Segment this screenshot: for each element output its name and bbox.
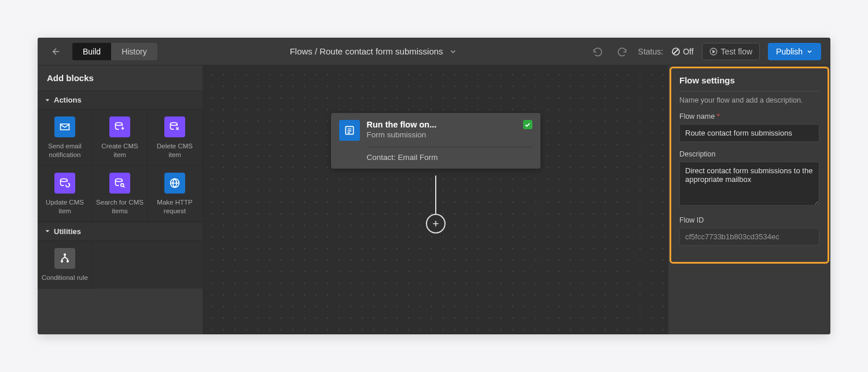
description-label: Description	[679, 150, 819, 158]
globe-icon	[164, 173, 185, 194]
description-textarea[interactable]: Direct contact form submissions to the a…	[679, 162, 819, 206]
app-window: Build History Flows / Route contact form…	[38, 38, 830, 334]
section-actions[interactable]: Actions	[38, 90, 203, 110]
redo-button[interactable]	[614, 43, 630, 60]
undo-button[interactable]	[590, 43, 606, 60]
actions-grid: Send email notification Create CMS item …	[38, 110, 203, 222]
chevron-down-icon	[806, 48, 813, 55]
branch-icon	[54, 248, 75, 269]
flow-canvas[interactable]: Run the flow on... Form submission Conta…	[203, 65, 668, 334]
node-body: Contact: Email Form	[367, 147, 532, 169]
flow-id-input[interactable]	[679, 228, 819, 246]
node-title-wrap: Run the flow on... Form submission	[367, 120, 516, 139]
block-label: Create CMS item	[96, 142, 144, 159]
tab-history[interactable]: History	[111, 43, 157, 60]
settings-title: Flow settings	[679, 75, 819, 92]
utilities-grid: Conditional rule	[38, 241, 203, 289]
blocks-panel-title: Add blocks	[38, 65, 203, 90]
add-node-button[interactable]	[426, 214, 446, 234]
breadcrumb-flow-name: Route contact form submissions	[319, 46, 443, 56]
settings-subtitle: Name your flow and add a description.	[679, 96, 819, 104]
plus-icon	[431, 219, 440, 228]
play-icon	[709, 48, 718, 56]
block-label: Make HTTP request	[151, 198, 198, 216]
form-icon	[339, 120, 360, 141]
test-flow-button[interactable]: Test flow	[702, 43, 760, 60]
block-delete-cms[interactable]: Delete CMS item	[148, 110, 203, 166]
off-icon	[671, 47, 681, 56]
publish-button[interactable]: Publish	[768, 43, 821, 60]
database-plus-icon	[109, 116, 130, 137]
block-label: Search for CMS items	[96, 198, 144, 216]
breadcrumb-prefix: Flows /	[290, 46, 318, 56]
topbar-actions: Status: Off Test flow Publish	[590, 43, 821, 60]
breadcrumb[interactable]: Flows / Route contact form submissions	[164, 46, 583, 56]
block-conditional[interactable]: Conditional rule	[38, 241, 93, 289]
top-bar: Build History Flows / Route contact form…	[38, 38, 830, 65]
block-send-email[interactable]: Send email notification	[38, 110, 93, 166]
mail-icon	[54, 116, 75, 137]
block-label: Update CMS item	[41, 198, 89, 216]
block-update-cms[interactable]: Update CMS item	[38, 166, 93, 222]
block-label: Send email notification	[41, 142, 89, 159]
publish-label: Publish	[776, 47, 803, 56]
flow-settings-panel: Flow settings Name your flow and add a d…	[670, 67, 829, 264]
node-subtitle: Form submission	[367, 130, 516, 139]
node-header: Run the flow on... Form submission	[331, 113, 540, 147]
back-button[interactable]	[47, 42, 65, 61]
check-icon	[523, 120, 532, 129]
section-actions-label: Actions	[54, 96, 82, 104]
status-value[interactable]: Off	[671, 47, 693, 56]
trigger-node[interactable]: Run the flow on... Form submission Conta…	[331, 113, 540, 169]
svg-point-11	[67, 261, 69, 262]
node-title: Run the flow on...	[367, 120, 516, 129]
svg-point-3	[116, 123, 123, 126]
svg-point-7	[121, 184, 124, 187]
block-search-cms[interactable]: Search for CMS items	[93, 166, 148, 222]
redo-icon	[617, 46, 627, 57]
block-create-cms[interactable]: Create CMS item	[93, 110, 148, 166]
tab-build[interactable]: Build	[72, 43, 111, 60]
svg-point-5	[61, 178, 68, 181]
svg-point-10	[61, 261, 63, 262]
undo-icon	[593, 46, 603, 57]
flow-name-input[interactable]	[679, 124, 819, 142]
svg-point-4	[171, 123, 178, 126]
database-x-icon	[164, 116, 185, 137]
database-refresh-icon	[54, 173, 75, 194]
main-area: Add blocks Actions Send email notificati…	[38, 65, 830, 334]
svg-point-6	[116, 178, 123, 181]
database-search-icon	[109, 173, 130, 194]
section-utilities-label: Utilities	[54, 227, 81, 236]
chevron-down-icon	[449, 48, 457, 56]
status-label: Status:	[638, 47, 664, 56]
block-label: Delete CMS item	[151, 142, 198, 159]
arrow-left-icon	[51, 46, 61, 57]
flow-name-label: Flow name *	[679, 112, 819, 121]
block-http-request[interactable]: Make HTTP request	[148, 166, 203, 222]
section-utilities[interactable]: Utilities	[38, 222, 203, 241]
connector-line	[435, 176, 436, 214]
blocks-panel: Add blocks Actions Send email notificati…	[38, 65, 203, 334]
test-flow-label: Test flow	[721, 47, 752, 56]
settings-sidebar: Flow settings Name your flow and add a d…	[668, 65, 830, 334]
caret-down-icon	[45, 97, 50, 103]
svg-point-9	[64, 254, 66, 256]
block-label: Conditional rule	[42, 273, 88, 282]
flow-id-label: Flow ID	[679, 216, 819, 224]
status-text: Off	[683, 47, 693, 56]
svg-line-1	[674, 49, 678, 54]
caret-down-icon	[45, 228, 50, 234]
tab-group: Build History	[72, 43, 157, 60]
